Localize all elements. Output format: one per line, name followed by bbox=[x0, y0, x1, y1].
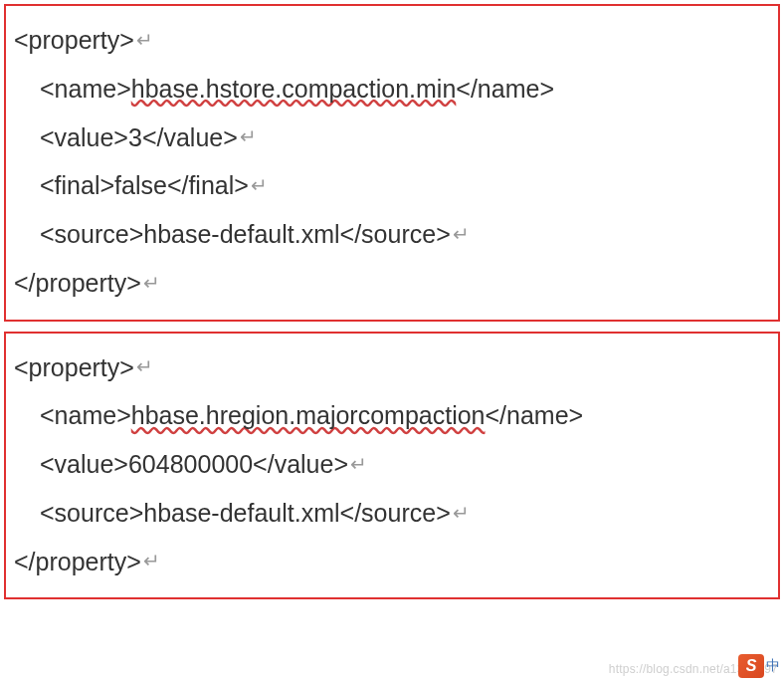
return-glyph: ↵ bbox=[240, 117, 257, 156]
source-text: hbase-default.xml bbox=[143, 210, 339, 259]
code-line: <name>hbase.hregion.majorcompaction</nam… bbox=[14, 391, 770, 440]
code-line: <name>hbase.hstore.compaction.min</name> bbox=[14, 65, 770, 113]
return-glyph: ↵ bbox=[143, 264, 160, 303]
tag-name-close: </name> bbox=[486, 391, 584, 440]
value-text: 3 bbox=[128, 113, 142, 162]
code-line: <final>false</final> ↵ bbox=[14, 161, 770, 210]
code-line: <source>hbase-default.xml</source> ↵ bbox=[14, 489, 770, 538]
tag-source-open: <source> bbox=[40, 210, 143, 259]
name-value: hbase.hstore.compaction.min bbox=[131, 65, 457, 113]
tag-name-open: <name> bbox=[40, 391, 131, 440]
tag-name-open: <name> bbox=[40, 65, 131, 113]
property-block-2: <property> ↵ <name>hbase.hregion.majorco… bbox=[4, 332, 780, 600]
code-line: </property> ↵ bbox=[14, 538, 770, 586]
tag-value-open: <value> bbox=[40, 113, 128, 162]
code-line: <property> ↵ bbox=[14, 16, 770, 65]
tag-source-open: <source> bbox=[40, 489, 143, 538]
return-glyph: ↵ bbox=[136, 21, 153, 60]
return-glyph: ↵ bbox=[136, 347, 153, 386]
property-block-1: <property> ↵ <name>hbase.hstore.compacti… bbox=[4, 4, 780, 322]
tag-value-close: </value> bbox=[253, 440, 348, 489]
tag-final-open: <final> bbox=[40, 161, 114, 210]
tag-property-open: <property> bbox=[14, 343, 134, 392]
name-value: hbase.hregion.majorcompaction bbox=[131, 391, 486, 440]
return-glyph: ↵ bbox=[143, 542, 160, 580]
return-glyph: ↵ bbox=[350, 445, 367, 484]
source-text: hbase-default.xml bbox=[143, 489, 339, 538]
return-glyph: ↵ bbox=[453, 494, 470, 533]
tag-source-close: </source> bbox=[340, 489, 451, 538]
code-line: </property> ↵ bbox=[14, 259, 770, 308]
sogou-icon bbox=[738, 654, 764, 678]
code-line: <value>3</value> ↵ bbox=[14, 113, 770, 162]
tag-value-open: <value> bbox=[40, 440, 128, 489]
tag-name-close: </name> bbox=[456, 65, 554, 113]
tag-final-close: </final> bbox=[167, 161, 249, 210]
value-text: 604800000 bbox=[128, 440, 253, 489]
final-text: false bbox=[114, 161, 167, 210]
return-glyph: ↵ bbox=[453, 215, 470, 254]
code-line: <property> ↵ bbox=[14, 343, 770, 392]
return-glyph: ↵ bbox=[251, 166, 268, 205]
code-line: <value>604800000</value> ↵ bbox=[14, 440, 770, 489]
tag-property-open: <property> bbox=[14, 16, 134, 65]
ime-char: 中 bbox=[766, 657, 780, 675]
ime-badge: 中 bbox=[738, 654, 780, 678]
tag-property-close: </property> bbox=[14, 259, 141, 308]
code-line: <source>hbase-default.xml</source> ↵ bbox=[14, 210, 770, 259]
tag-source-close: </source> bbox=[340, 210, 451, 259]
tag-property-close: </property> bbox=[14, 538, 141, 586]
tag-value-close: </value> bbox=[142, 113, 238, 162]
